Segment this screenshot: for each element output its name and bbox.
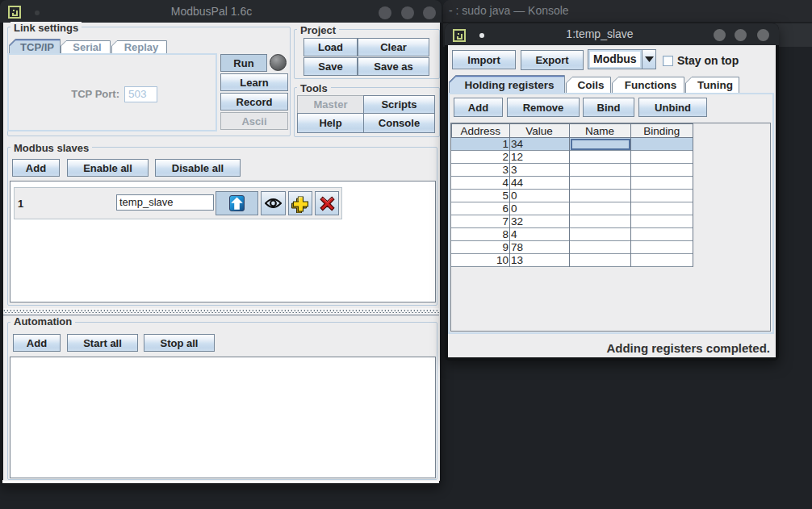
svg-text:Holding registers: Holding registers [464, 79, 554, 91]
svg-text:Functions: Functions [625, 79, 677, 91]
svg-text:Tuning: Tuning [697, 79, 733, 91]
svg-text:Replay: Replay [124, 41, 159, 53]
svg-text:Serial: Serial [73, 41, 101, 53]
svg-text:Coils: Coils [577, 79, 604, 91]
svg-text:TCP/IP: TCP/IP [20, 41, 54, 53]
